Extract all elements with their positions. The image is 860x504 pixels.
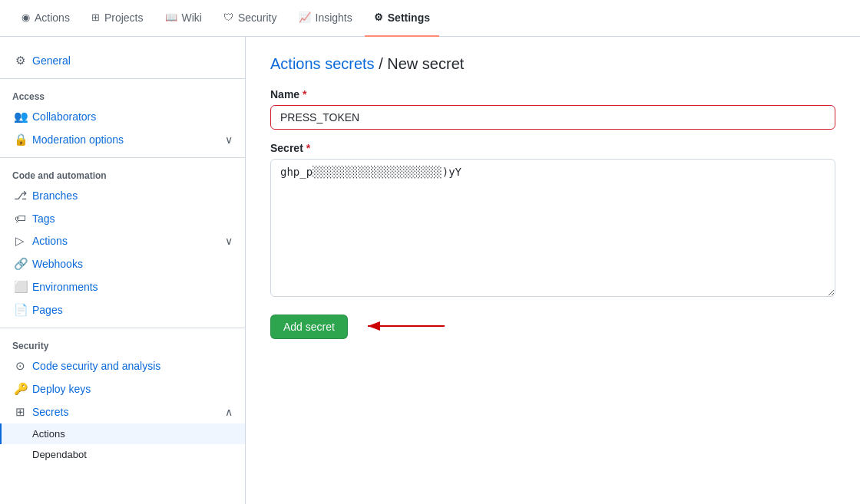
tags-icon: 🏷 <box>14 212 26 225</box>
breadcrumb-link[interactable]: Actions secrets <box>270 55 375 72</box>
actions-sidebar-icon: ▷ <box>14 234 26 248</box>
sidebar-environments[interactable]: ⬜ Environments <box>0 275 245 298</box>
pages-link[interactable]: Pages <box>32 304 63 316</box>
wiki-nav-icon: 📖 <box>165 12 177 23</box>
name-input[interactable] <box>270 105 835 130</box>
webhooks-icon: 🔗 <box>14 257 26 271</box>
actions-nav-icon: ◉ <box>22 12 30 23</box>
section-access-label: Access <box>0 85 245 105</box>
nav-wiki-label: Wiki <box>182 12 202 24</box>
nav-projects-item[interactable]: ⊞ Projects <box>82 0 153 37</box>
divider-3 <box>0 328 245 328</box>
top-navigation: ◉ Actions ⊞ Projects 📖 Wiki 🛡 Security 📈… <box>0 0 860 37</box>
sidebar-actions[interactable]: ▷ Actions ∨ <box>0 229 245 252</box>
environments-link[interactable]: Environments <box>32 281 98 293</box>
secrets-dependabot-label: Dependabot <box>32 449 87 460</box>
sidebar-secrets-actions[interactable]: Actions <box>0 423 245 444</box>
nav-wiki-item[interactable]: 📖 Wiki <box>156 0 211 37</box>
collaborators-icon: 👥 <box>14 110 26 124</box>
environments-icon: ⬜ <box>14 280 26 294</box>
nav-security-label: Security <box>238 12 277 24</box>
nav-settings-label: Settings <box>388 12 430 24</box>
code-security-link[interactable]: Code security and analysis <box>32 360 160 372</box>
breadcrumb: Actions secrets / New secret <box>270 55 835 73</box>
name-required-marker: * <box>303 88 306 100</box>
code-security-icon: ⊙ <box>14 359 26 373</box>
sidebar-moderation[interactable]: 🔒 Moderation options ∨ <box>0 128 245 151</box>
arrow-indicator <box>360 317 452 338</box>
main-content: Actions secrets / New secret Name * Secr… <box>246 37 860 504</box>
secret-form-group: Secret * <box>270 142 835 299</box>
secret-label-text: Secret <box>270 142 303 154</box>
breadcrumb-separator: / <box>379 55 387 72</box>
secret-textarea[interactable] <box>270 159 835 297</box>
webhooks-link[interactable]: Webhooks <box>32 258 83 270</box>
section-code-label: Code and automation <box>0 164 245 184</box>
sidebar: ⚙ General Access 👥 Collaborators 🔒 Moder… <box>0 37 246 504</box>
secrets-link[interactable]: Secrets <box>32 406 68 418</box>
name-label: Name * <box>270 88 835 100</box>
pages-icon: 📄 <box>14 303 26 317</box>
add-secret-button[interactable]: Add secret <box>270 315 348 339</box>
sidebar-deploy-keys[interactable]: 🔑 Deploy keys <box>0 377 245 400</box>
sidebar-general[interactable]: ⚙ General <box>0 49 245 72</box>
deploy-keys-link[interactable]: Deploy keys <box>32 383 91 395</box>
sidebar-secrets[interactable]: ⊞ Secrets ∧ <box>0 400 245 423</box>
nav-insights-label: Insights <box>316 12 352 24</box>
nav-actions-item[interactable]: ◉ Actions <box>12 0 79 37</box>
section-security-label: Security <box>0 334 245 354</box>
actions-sidebar-link[interactable]: Actions <box>32 235 68 247</box>
sidebar-code-security[interactable]: ⊙ Code security and analysis <box>0 354 245 377</box>
sidebar-branches[interactable]: ⎇ Branches <box>0 184 245 207</box>
secrets-actions-label: Actions <box>32 428 65 440</box>
sidebar-tags[interactable]: 🏷 Tags <box>0 207 245 229</box>
breadcrumb-current: New secret <box>387 55 464 72</box>
nav-actions-label: Actions <box>35 12 70 24</box>
nav-settings-item[interactable]: ⚙ Settings <box>365 0 439 37</box>
tags-link[interactable]: Tags <box>32 212 55 225</box>
secret-label: Secret * <box>270 142 835 154</box>
moderation-icon: 🔒 <box>14 133 26 147</box>
sidebar-collaborators[interactable]: 👥 Collaborators <box>0 105 245 128</box>
action-row: Add secret <box>270 315 835 339</box>
name-form-group: Name * <box>270 88 835 130</box>
actions-expand-icon: ∨ <box>225 235 233 247</box>
moderation-link[interactable]: Moderation options <box>32 133 124 146</box>
secrets-expand-icon: ∧ <box>225 406 233 418</box>
branches-icon: ⎇ <box>14 189 26 203</box>
nav-security-item[interactable]: 🛡 Security <box>214 0 286 37</box>
projects-nav-icon: ⊞ <box>91 12 100 23</box>
divider-2 <box>0 157 245 158</box>
branches-link[interactable]: Branches <box>32 189 78 202</box>
sidebar-webhooks[interactable]: 🔗 Webhooks <box>0 252 245 275</box>
nav-insights-item[interactable]: 📈 Insights <box>289 0 362 37</box>
sidebar-secrets-dependabot[interactable]: Dependabot <box>0 444 245 465</box>
moderation-expand-icon: ∨ <box>225 133 233 146</box>
general-icon: ⚙ <box>14 54 26 68</box>
insights-nav-icon: 📈 <box>299 12 311 23</box>
page-layout: ⚙ General Access 👥 Collaborators 🔒 Moder… <box>0 37 860 504</box>
deploy-keys-icon: 🔑 <box>14 382 26 396</box>
security-nav-icon: 🛡 <box>223 12 233 23</box>
divider-1 <box>0 78 245 79</box>
settings-nav-icon: ⚙ <box>374 12 383 23</box>
sidebar-general-link[interactable]: General <box>32 54 71 67</box>
name-label-text: Name <box>270 88 299 100</box>
sidebar-pages[interactable]: 📄 Pages <box>0 298 245 321</box>
nav-projects-label: Projects <box>104 12 144 24</box>
collaborators-link[interactable]: Collaborators <box>32 110 96 123</box>
secrets-icon: ⊞ <box>14 405 26 419</box>
secret-required-marker: * <box>306 142 310 154</box>
